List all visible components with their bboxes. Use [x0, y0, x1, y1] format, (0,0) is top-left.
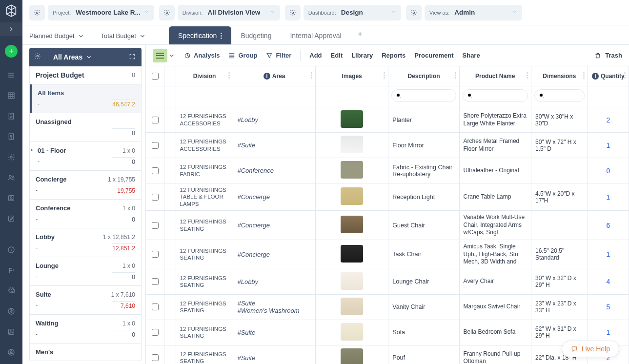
- add-tab-button[interactable]: +: [351, 24, 370, 44]
- total-budget-dropdown[interactable]: Total Budget: [101, 32, 146, 44]
- col-division[interactable]: Division: [176, 66, 233, 86]
- col-area[interactable]: iArea: [233, 66, 315, 86]
- sidebar-item[interactable]: Waiting1 x 0-0: [30, 315, 141, 344]
- cell-area[interactable]: #Suite: [233, 133, 315, 158]
- col-description[interactable]: Description: [388, 66, 459, 86]
- cell-quantity[interactable]: 0: [588, 158, 629, 183]
- table-row[interactable]: 12 FURNISHINGS SEATING#ConciergeTask Cha…: [146, 240, 629, 269]
- users-icon[interactable]: [6, 173, 16, 182]
- table-row[interactable]: 12 FURNISHINGS SEATING#LobbyLounge Chair…: [146, 269, 629, 294]
- cell-image[interactable]: [315, 240, 388, 269]
- menu-icon[interactable]: [6, 70, 16, 80]
- f-plus-icon[interactable]: F+: [6, 265, 16, 275]
- sidebar-item[interactable]: Lounge1 x 0-0: [30, 257, 141, 286]
- app-logo-icon[interactable]: [4, 4, 18, 18]
- kebab-icon[interactable]: [228, 72, 230, 79]
- kebab-icon[interactable]: [221, 33, 222, 39]
- tab-specification[interactable]: Specification: [169, 26, 231, 44]
- cell-area[interactable]: #Suite: [233, 320, 315, 345]
- select-all-header[interactable]: [146, 66, 164, 86]
- currency-icon[interactable]: [6, 306, 16, 316]
- select-all-checkbox[interactable]: [152, 73, 159, 80]
- dashboard-settings-button[interactable]: [285, 5, 301, 20]
- reports-action[interactable]: Reports: [382, 52, 406, 59]
- settings-icon[interactable]: [6, 152, 16, 162]
- division-dropdown[interactable]: Division: All Division View: [178, 5, 280, 20]
- cell-area[interactable]: #Suite: [233, 345, 315, 364]
- dimensions-search[interactable]: [534, 89, 585, 102]
- sidebar-item[interactable]: Suite1 x 7,610-7,610: [30, 286, 141, 315]
- account-icon[interactable]: [6, 347, 16, 357]
- col-quantity[interactable]: iQuantity: [588, 66, 629, 86]
- doc-icon[interactable]: [6, 111, 16, 121]
- tab-internal-approval[interactable]: Internal Approval: [281, 26, 350, 44]
- fullscreen-icon[interactable]: [129, 53, 137, 61]
- project-settings-button[interactable]: [29, 5, 45, 20]
- cell-area[interactable]: #Lobby: [233, 269, 315, 294]
- cell-image[interactable]: [315, 183, 388, 211]
- cell-image[interactable]: [315, 320, 388, 345]
- cell-quantity[interactable]: 6: [588, 211, 629, 240]
- project-dropdown[interactable]: Project: Westmoore Lake R...: [48, 5, 154, 20]
- grid-icon[interactable]: [6, 91, 16, 101]
- edit-action[interactable]: Edit: [331, 52, 343, 59]
- library-action[interactable]: Library: [351, 52, 373, 59]
- cell-image[interactable]: [315, 294, 388, 320]
- trash-button[interactable]: Trash: [594, 52, 622, 59]
- cell-image[interactable]: [315, 211, 388, 240]
- tab-budgeting[interactable]: Budgeting: [231, 26, 281, 44]
- table-row[interactable]: 12 FURNISHINGS SEATING#SuiteSofaBella Be…: [146, 320, 629, 345]
- table-row[interactable]: 12 FURNISHINGS FABRIC#ConferenceFabric -…: [146, 158, 629, 183]
- viewas-settings-button[interactable]: [406, 5, 422, 20]
- table-scroll[interactable]: Division iArea Images Description Produc…: [146, 66, 629, 364]
- sidebar-item[interactable]: Project Budget0: [30, 66, 141, 84]
- col-product[interactable]: Product Name: [459, 66, 531, 86]
- live-help-button[interactable]: Live Help: [562, 341, 619, 357]
- cell-quantity[interactable]: 1: [588, 240, 629, 269]
- sidebar-item[interactable]: 01 - Floor1 x 0-0: [30, 142, 141, 171]
- cell-image[interactable]: [315, 345, 388, 364]
- cell-area[interactable]: #Concierge: [233, 183, 315, 211]
- kebab-icon[interactable]: [455, 72, 456, 79]
- list-view-button[interactable]: [153, 49, 167, 62]
- row-checkbox[interactable]: [152, 251, 159, 258]
- row-checkbox[interactable]: [152, 354, 159, 361]
- cell-quantity[interactable]: 2: [588, 107, 629, 133]
- table-row[interactable]: 12 FURNISHINGS SEATING#Suite#Women's Was…: [146, 294, 629, 320]
- sidebar-item[interactable]: Men's: [30, 344, 141, 361]
- description-search[interactable]: [391, 89, 456, 102]
- cell-area[interactable]: #Concierge: [233, 240, 315, 269]
- cell-image[interactable]: [315, 133, 388, 158]
- group-button[interactable]: Group: [228, 52, 257, 59]
- plugin-icon[interactable]: [6, 286, 16, 296]
- division-settings-button[interactable]: [159, 5, 175, 20]
- row-checkbox[interactable]: [152, 167, 159, 174]
- table-row[interactable]: 12 FURNISHINGS SEATING#ConciergeGuest Ch…: [146, 211, 629, 240]
- table-row[interactable]: 12 FURNISHINGS SEATING#SuitePoufFranny R…: [146, 345, 629, 364]
- cell-quantity[interactable]: 1: [588, 183, 629, 211]
- sidebar-item[interactable]: Concierge1 x 19,755-19,755: [30, 171, 141, 200]
- sidebar-settings-button[interactable]: [34, 53, 43, 61]
- rail-expand-button[interactable]: [0, 22, 22, 36]
- table-row[interactable]: 12 FURNISHINGS ACCESSORIES#SuiteFloor Mi…: [146, 133, 629, 158]
- add-button[interactable]: +: [5, 45, 18, 58]
- dashboard-dropdown[interactable]: Dashboard: Design: [304, 5, 401, 20]
- kebab-icon[interactable]: [527, 72, 528, 79]
- cell-area[interactable]: #Concierge: [233, 211, 315, 240]
- invoice-icon[interactable]: [6, 132, 16, 142]
- col-dimensions[interactable]: Dimensions: [531, 66, 588, 86]
- cell-image[interactable]: [315, 269, 388, 294]
- share-action[interactable]: Share: [463, 52, 480, 59]
- info-icon[interactable]: [6, 245, 16, 255]
- col-images[interactable]: Images: [315, 66, 388, 86]
- cell-image[interactable]: [315, 158, 388, 183]
- row-checkbox[interactable]: [152, 303, 159, 310]
- table-row[interactable]: 12 FURNISHINGS ACCESSORIES#LobbyPlanterS…: [146, 107, 629, 133]
- row-checkbox[interactable]: [152, 329, 159, 336]
- kebab-icon[interactable]: [311, 72, 312, 79]
- cell-quantity[interactable]: 4: [588, 269, 629, 294]
- analysis-button[interactable]: Analysis: [184, 52, 220, 59]
- procurement-action[interactable]: Procurement: [414, 52, 453, 59]
- row-checkbox[interactable]: [152, 117, 159, 123]
- filter-button[interactable]: Filter: [266, 52, 291, 59]
